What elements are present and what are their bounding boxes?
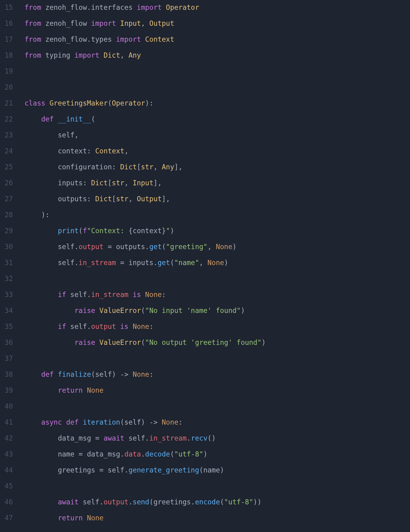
line-number: 45 — [0, 480, 21, 492]
token-text: self — [129, 434, 145, 442]
code-content[interactable]: async def iteration(self) -> None: — [21, 417, 183, 428]
token-text: interfaces — [91, 3, 137, 11]
token-str: "greeting" — [166, 243, 207, 251]
code-line[interactable]: 47 return None — [0, 512, 410, 528]
code-line[interactable]: 39 return None — [0, 385, 410, 401]
code-line[interactable]: 41 async def iteration(self) -> None: — [0, 417, 410, 433]
code-line[interactable]: 44 greetings = self.generate_greeting(na… — [0, 465, 410, 480]
code-content[interactable]: self.in_stream = inputs.get("name", None… — [21, 257, 228, 268]
line-number: 17 — [0, 34, 21, 45]
code-content[interactable]: def __init__( — [21, 114, 95, 125]
token-fn: iteration — [83, 418, 120, 426]
code-content[interactable]: from zenoh_flow.interfaces import Operat… — [21, 2, 199, 13]
token-punct: ( — [79, 227, 83, 235]
code-line[interactable]: 26 inputs: Dict[str, Input], — [0, 177, 410, 193]
code-content[interactable]: ): — [21, 209, 49, 220]
code-line[interactable]: 15from zenoh_flow.interfaces import Oper… — [0, 2, 410, 18]
code-line[interactable]: 30 self.output = outputs.get("greeting",… — [0, 241, 410, 257]
token-punct: , — [207, 243, 216, 251]
code-line[interactable]: 18from typing import Dict, Any — [0, 50, 410, 66]
code-content[interactable]: print(f"Context: {context}") — [21, 225, 174, 236]
code-line[interactable]: 31 self.in_stream = inputs.get("name", N… — [0, 257, 410, 273]
code-content[interactable]: name = data_msg.data.decode("utf-8") — [21, 449, 207, 460]
code-line[interactable]: 24 context: Context, — [0, 145, 410, 161]
token-kw: raise — [75, 338, 99, 346]
code-line[interactable]: 33 if self.in_stream is None: — [0, 289, 410, 305]
line-number: 26 — [0, 177, 21, 188]
token-text: types — [91, 35, 116, 43]
code-content[interactable]: greetings = self.generate_greeting(name) — [21, 465, 224, 476]
code-content[interactable]: from zenoh_flow import Input, Output — [21, 18, 174, 29]
token-arrow: -> — [120, 370, 133, 378]
code-line[interactable]: 36 raise ValueError("No output 'greeting… — [0, 337, 410, 353]
token-text — [129, 291, 133, 299]
token-punct: . — [124, 466, 129, 474]
line-number: 42 — [0, 433, 21, 444]
token-cls: ValueError — [99, 338, 141, 346]
token-punct: : — [149, 322, 153, 330]
code-line[interactable]: 21class GreetingsMaker(Operator): — [0, 98, 410, 114]
token-text: self — [70, 322, 87, 330]
code-content[interactable]: return None — [21, 512, 103, 523]
code-line[interactable]: 46 await self.output.send(greetings.enco… — [0, 496, 410, 512]
code-content[interactable]: return None — [21, 385, 103, 396]
line-number: 24 — [0, 145, 21, 156]
token-prop: in_stream — [79, 259, 116, 267]
token-cls: Dict — [95, 195, 112, 203]
code-line[interactable]: 38 def finalize(self) -> None: — [0, 369, 410, 385]
code-line[interactable]: 43 name = data_msg.data.decode("utf-8") — [0, 449, 410, 465]
code-content[interactable]: data_msg = await self.in_stream.recv() — [21, 433, 216, 444]
token-punct: [ — [108, 179, 112, 187]
code-content[interactable]: from zenoh_flow.types import Context — [21, 34, 174, 45]
code-content[interactable]: from typing import Dict, Any — [21, 50, 141, 61]
token-cls: Any — [162, 163, 174, 171]
token-punct: ( — [199, 466, 203, 474]
code-line[interactable]: 42 data_msg = await self.in_stream.recv(… — [0, 433, 410, 449]
code-content[interactable]: context: Context, — [21, 145, 129, 156]
token-text: name — [58, 450, 74, 458]
code-line[interactable]: 32 — [0, 273, 410, 289]
code-content[interactable]: if self.output is None: — [21, 321, 153, 332]
code-content[interactable]: class GreetingsMaker(Operator): — [21, 98, 153, 109]
code-editor[interactable]: 15from zenoh_flow.interfaces import Oper… — [0, 2, 410, 528]
code-content[interactable]: inputs: Dict[str, Input], — [21, 177, 162, 188]
token-text — [25, 418, 41, 426]
code-line[interactable]: 25 configuration: Dict[str, Any], — [0, 161, 410, 177]
token-cls: Dict — [91, 179, 108, 187]
code-line[interactable]: 16from zenoh_flow import Input, Output — [0, 18, 410, 34]
line-number: 22 — [0, 114, 21, 125]
line-number: 33 — [0, 289, 21, 300]
code-line[interactable]: 17from zenoh_flow.types import Context — [0, 34, 410, 50]
token-punct: ( — [120, 418, 125, 426]
code-line[interactable]: 45 — [0, 480, 410, 496]
code-line[interactable]: 34 raise ValueError("No input 'name' fou… — [0, 305, 410, 321]
code-line[interactable]: 20 — [0, 82, 410, 98]
code-line[interactable]: 19 — [0, 66, 410, 82]
token-prop: output — [103, 498, 128, 506]
code-line[interactable]: 23 self, — [0, 129, 410, 145]
code-content[interactable]: await self.output.send(greetings.encode(… — [21, 496, 261, 507]
code-line[interactable]: 22 def __init__( — [0, 114, 410, 129]
code-content[interactable]: self.output = outputs.get("greeting", No… — [21, 241, 237, 252]
code-content[interactable]: outputs: Dict[str, Output], — [21, 193, 170, 204]
code-line[interactable]: 29 print(f"Context: {context}") — [0, 225, 410, 241]
code-content[interactable]: configuration: Dict[str, Any], — [21, 161, 183, 172]
code-content[interactable]: raise ValueError("No input 'name' found"… — [21, 305, 245, 316]
token-punct: . — [187, 434, 191, 442]
code-content[interactable]: raise ValueError("No output 'greeting' f… — [21, 337, 266, 348]
code-line[interactable]: 28 ): — [0, 209, 410, 225]
token-text — [25, 179, 58, 187]
code-content[interactable]: def finalize(self) -> None: — [21, 369, 153, 380]
line-number: 37 — [0, 353, 21, 364]
code-content[interactable]: if self.in_stream is None: — [21, 289, 166, 300]
token-punct: ], — [153, 179, 162, 187]
token-text: greetings — [153, 498, 191, 506]
code-line[interactable]: 40 — [0, 401, 410, 417]
token-text — [25, 306, 75, 314]
code-line[interactable]: 27 outputs: Dict[str, Output], — [0, 193, 410, 209]
code-line[interactable]: 35 if self.output is None: — [0, 321, 410, 337]
code-content[interactable]: self, — [21, 129, 79, 141]
code-line[interactable]: 37 — [0, 353, 410, 369]
token-text: = — [116, 259, 129, 267]
token-text: zenoh_flow — [45, 3, 87, 11]
